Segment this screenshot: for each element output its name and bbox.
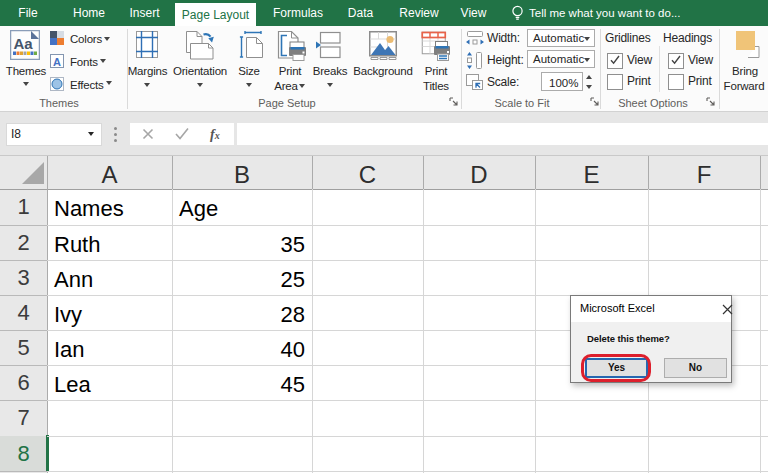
svg-text:A: A	[53, 56, 61, 68]
svg-text:Aa: Aa	[14, 35, 34, 52]
